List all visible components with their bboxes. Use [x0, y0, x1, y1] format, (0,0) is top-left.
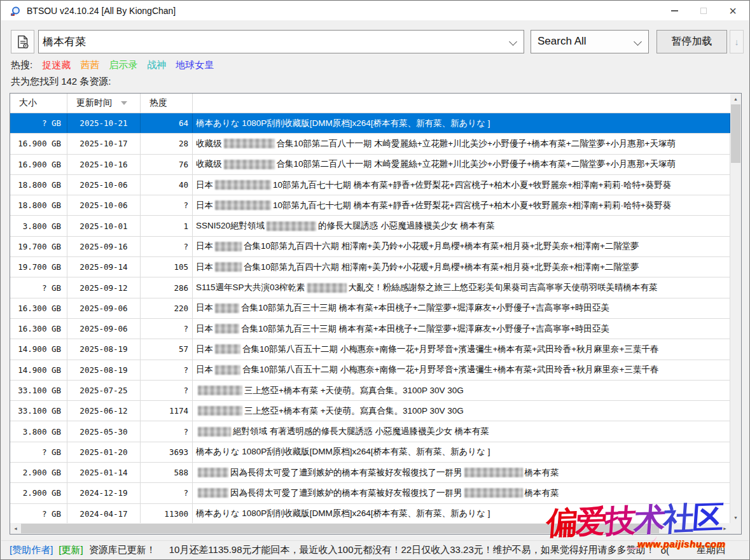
cell-heat: 3693	[141, 442, 193, 462]
status-weekday: 星期四	[697, 544, 725, 556]
cell-title: 因為長得太可愛了遭到嫉妒的橋本有菜被好友報復找了一群男 橋本有菜	[193, 463, 730, 482]
table-row[interactable]: 18.800 GB2025-10-0640日本10部第九百七十七期 橋本有菜+靜…	[10, 175, 730, 195]
minimize-button[interactable]	[660, 1, 689, 20]
table-row[interactable]: ? GB2025-10-2164橋本ありな 1080P刮削收藏版[DMM原档]x…	[10, 113, 730, 134]
title-text: 合集10部第八百五十二期 小梅惠奈+南條一花+月野琴音+濱邊彌生+橋本有菜+武田…	[242, 364, 658, 375]
table-row[interactable]: 19.700 GB2025-09-16?日本合集10部第九百四十六期 相澤南+美…	[10, 237, 730, 257]
cell-date: 2025-01-14	[67, 463, 141, 482]
table-row[interactable]: 33.100 GB2025-06-121174 三上悠亞+橋本有菜 +天使萌。寫…	[10, 401, 730, 421]
cell-size: 33.100 GB	[10, 381, 67, 400]
scroll-up-button[interactable]: ▲	[730, 94, 741, 104]
censored-blur	[198, 488, 228, 498]
hot-search-link[interactable]: 战神	[147, 59, 166, 71]
cell-size: 16.900 GB	[10, 155, 67, 174]
cell-date: 2024-12-19	[67, 483, 141, 503]
status-link[interactable]: [更新]	[59, 544, 83, 556]
engine-select[interactable]: Search All	[531, 30, 649, 53]
cell-date: 2025-09-16	[67, 237, 141, 256]
censored-blur	[307, 283, 347, 293]
cell-heat: 28	[141, 134, 193, 153]
table-row[interactable]: ? GB2024-04-1711300橋本ありな 1080P刮削收藏版[DMM原…	[10, 504, 730, 523]
title-text: 合集10部第九百三十三期 橋本有菜+本田桃子+二階堂夢+堀澤麻友+小野優子+吉高…	[241, 323, 609, 335]
maximize-button[interactable]	[689, 1, 718, 20]
horizontal-scrollbar[interactable]: ◄ ►	[10, 523, 730, 534]
cell-title: SSNI520絕對領域 的修長大腿誘惑 小惡魔過膝襪美少女 橋本有菜	[193, 216, 730, 235]
status-links: [赞助作者][更新]	[10, 544, 83, 556]
censored-blur	[215, 200, 271, 210]
config-button[interactable]	[11, 30, 34, 53]
pause-loading-button[interactable]: 暂停加载	[656, 30, 727, 53]
title-text: 10部第九百七十七期 橋本有菜+靜香+佐野梨花+四宮桃子+柏木小夏+牧野麗奈+相…	[273, 200, 671, 211]
title-text: S115週年SP大共演03榨乾素	[196, 282, 305, 293]
title-text: 收藏级	[196, 158, 222, 170]
cell-size: 3.800 GB	[10, 216, 67, 235]
hot-search-list: 捉迷藏茜茜启示录战神地球女皇	[42, 59, 214, 71]
table-row[interactable]: 16.300 GB2025-09-06?日本合集10部第九百三十三期 橋本有菜+…	[10, 319, 730, 339]
table-row[interactable]: 3.800 GB2025-10-011SSNI520絕對領域 的修長大腿誘惑 小…	[10, 216, 730, 236]
cell-heat: ?	[141, 381, 193, 400]
hot-search-label: 热搜:	[11, 59, 32, 71]
cell-title: 三上悠亞+橋本有菜 +天使萌。寫真合集。3100P 30V 30G	[193, 381, 730, 400]
cell-date: 2025-01-20	[67, 442, 141, 462]
censored-blur	[224, 139, 275, 148]
hot-search-link[interactable]: 启示录	[109, 59, 137, 71]
cell-size: 18.800 GB	[10, 175, 67, 195]
cell-title: 絕對領域 有著透明感的修長大腿誘惑 小惡魔過膝襪美少女 橋本有菜	[193, 421, 730, 441]
table-row[interactable]: ? GB2025-01-203693橋本ありな 1080P刮削收藏版[DMM原档…	[10, 442, 730, 463]
table-row[interactable]: 33.100 GB2025-07-25? 三上悠亞+橋本有菜 +天使萌。寫真合集…	[10, 381, 730, 401]
column-header[interactable]: 大小	[10, 94, 67, 113]
title-text: 絕對領域 有著透明感的修長大腿誘惑 小惡魔過膝襪美少女 橋本有菜	[233, 426, 489, 437]
chevron-down-icon[interactable]	[509, 38, 517, 46]
cell-title: 收藏级合集10部第二百八十一期 木崎愛麗絲+立花雛+川北美沙+小野優子+橋本有菜…	[193, 134, 730, 153]
horizontal-scrollbar-thumb[interactable]	[21, 524, 659, 533]
close-button[interactable]: ×	[718, 1, 747, 20]
cell-date: 2025-06-12	[67, 401, 141, 421]
cell-date: 2025-10-16	[67, 155, 141, 174]
table-row[interactable]: ? GB2025-09-12286S115週年SP大共演03榨乾素大亂交！粉絲感…	[10, 277, 730, 298]
table-row[interactable]: 19.700 GB2025-09-14105日本合集10部第九百四十六期 相澤南…	[10, 257, 730, 277]
cell-title: 橋本ありな 1080P刮削收藏版[DMM原档]x264[桥本有菜、新有菜、新あり…	[193, 442, 730, 462]
censored-blur	[224, 160, 275, 169]
table-row[interactable]: 2.900 GB2024-12-19? 因為長得太可愛了遭到嫉妒的橋本有菜被好友…	[10, 483, 730, 503]
hot-search-link[interactable]: 地球女皇	[176, 59, 214, 71]
cell-date: 2025-05-30	[67, 421, 141, 441]
scroll-left-button[interactable]: ◄	[10, 523, 21, 534]
scroll-right-button[interactable]: ►	[719, 523, 730, 534]
title-text: 因為長得太可愛了遭到嫉妒的橋本有菜被好友報復找了一群男	[230, 487, 462, 499]
cell-date: 2025-09-06	[67, 319, 141, 339]
download-arrow-button[interactable]: ↓	[730, 30, 744, 53]
table-row[interactable]: 14.900 GB2025-08-1957日本合集10部第八百五十二期 小梅惠奈…	[10, 339, 730, 360]
column-header[interactable]: 热度	[141, 94, 193, 113]
down-arrow-icon: ↓	[735, 37, 739, 47]
cell-heat: 286	[141, 277, 193, 297]
title-text: 日本	[196, 344, 213, 355]
column-header[interactable]	[193, 94, 730, 113]
status-link[interactable]: [赞助作者]	[10, 544, 53, 556]
hot-search-link[interactable]: 茜茜	[80, 59, 99, 71]
cell-title: 日本合集10部第九百四十六期 相澤南+美乃鈴+小花暖+月島櫻+橋本有菜+相月葵+…	[193, 237, 730, 256]
cell-date: 2025-07-25	[67, 381, 141, 400]
status-message: 10月还差1135.98元才能回本，最近收入100元都没有！22日仅收入33.2…	[169, 544, 655, 556]
cell-size: 18.800 GB	[10, 195, 67, 215]
cell-title: 收藏级合集10部第二百八十一期 木崎愛麗絲+立花雛+川北美沙+小野優子+橋本有菜…	[193, 155, 730, 174]
table-row[interactable]: 3.800 GB2025-05-30?絕對領域 有著透明感的修長大腿誘惑 小惡魔…	[10, 421, 730, 442]
title-text: 橋本ありな 1080P刮削收藏版[DMM原档]x264[桥本有菜、新有菜、新あり…	[196, 508, 490, 519]
table-row[interactable]: 16.900 GB2025-10-1676收藏级合集10部第二百八十一期 木崎愛…	[10, 155, 730, 175]
scroll-down-button[interactable]: ▼	[730, 512, 741, 523]
table-row[interactable]: 18.800 GB2025-10-06?日本10部第九百七十七期 橋本有菜+靜香…	[10, 195, 730, 216]
search-input[interactable]	[43, 31, 501, 53]
vertical-scrollbar-thumb[interactable]	[731, 104, 740, 163]
table-row[interactable]: 14.900 GB2025-08-19?日本合集10部第八百五十二期 小梅惠奈+…	[10, 360, 730, 381]
title-text: 三上悠亞+橋本有菜 +天使萌。寫真合集。3100P 30V 30G	[244, 385, 464, 396]
table-row[interactable]: 16.300 GB2025-09-06220日本合集10部第九百三十三期 橋本有…	[10, 298, 730, 319]
title-text: 合集10部第九百四十六期 相澤南+美乃鈴+小花暖+月島櫻+橋本有菜+相月葵+北野…	[244, 241, 639, 252]
app-window: BTSOU v24.10.24 [All By KiongChan] × Sea…	[0, 0, 750, 560]
column-header[interactable]: 更新时间	[67, 94, 141, 113]
cell-date: 2025-10-01	[67, 216, 141, 235]
censored-blur	[198, 406, 242, 416]
hot-search-link[interactable]: 捉迷藏	[42, 59, 71, 71]
vertical-scrollbar[interactable]: ▲ ▼	[730, 94, 741, 523]
table-row[interactable]: 2.900 GB2025-01-14588 因為長得太可愛了遭到嫉妒的橋本有菜被…	[10, 463, 730, 483]
cell-heat: 11300	[141, 504, 193, 523]
table-row[interactable]: 16.900 GB2025-10-1728收藏级合集10部第二百八十一期 木崎愛…	[10, 134, 730, 154]
